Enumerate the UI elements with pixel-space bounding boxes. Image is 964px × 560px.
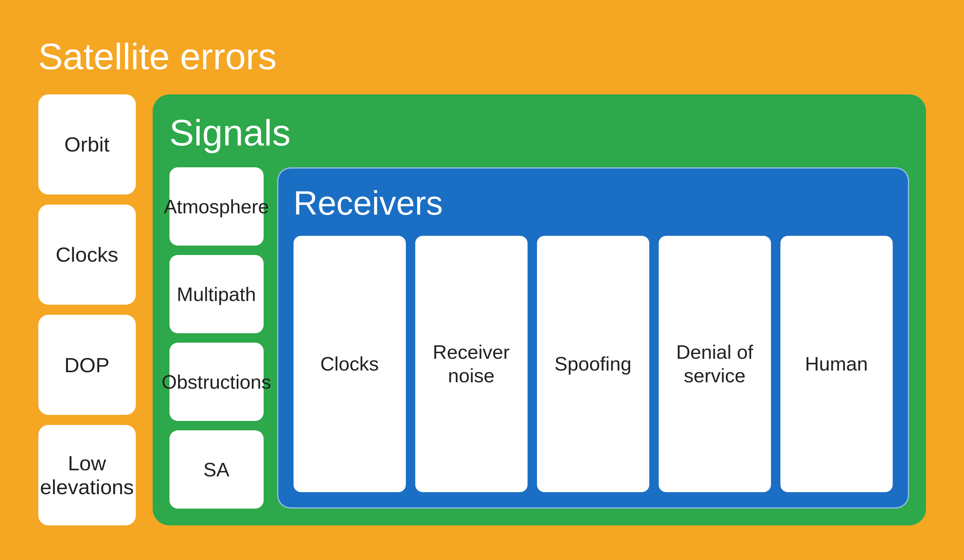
receivers-grid: Clocks Receiver noise Spoofing Denial of…: [293, 236, 893, 492]
receiver-item-clocks: Clocks: [293, 236, 406, 492]
receivers-title: Receivers: [293, 184, 893, 222]
receiver-item-noise: Receiver noise: [415, 236, 528, 492]
signals-title: Signals: [169, 111, 909, 154]
receiver-item-denial-of-service: Denial of service: [659, 236, 771, 492]
receiver-item-human: Human: [780, 236, 893, 492]
left-item-orbit: Orbit: [38, 94, 136, 195]
signal-item-multipath: Multipath: [169, 255, 264, 333]
main-container: Satellite errors Orbit Clocks DOP Low el…: [11, 15, 953, 545]
signal-item-sa: SA: [169, 430, 264, 509]
signals-panel: Signals Atmosphere Multipath Obstruction…: [153, 94, 926, 525]
receiver-item-spoofing: Spoofing: [537, 236, 649, 492]
left-column: Orbit Clocks DOP Low elevations: [38, 94, 136, 525]
receivers-panel: Receivers Clocks Receiver noise Spoofing: [277, 167, 909, 509]
left-item-low-elevations: Low elevations: [38, 425, 136, 525]
signal-item-obstructions: Obstructions: [169, 342, 264, 421]
signal-item-atmosphere: Atmosphere: [169, 167, 264, 245]
main-content: Orbit Clocks DOP Low elevations Signals …: [38, 94, 926, 525]
left-item-clocks: Clocks: [38, 205, 136, 305]
signals-content: Atmosphere Multipath Obstructions SA Rec…: [169, 167, 909, 509]
signals-left: Atmosphere Multipath Obstructions SA: [169, 167, 264, 509]
left-item-dop: DOP: [38, 315, 136, 415]
page-title: Satellite errors: [38, 35, 926, 78]
